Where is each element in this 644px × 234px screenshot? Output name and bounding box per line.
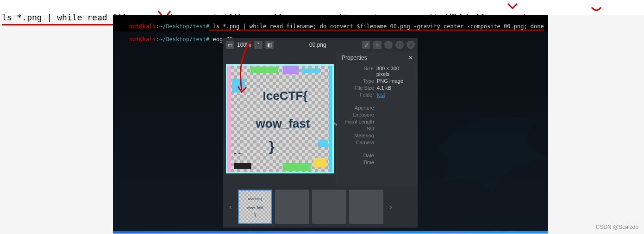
maximize-button[interactable]: ◻ [395,41,404,49]
flag-line-1: IceCTF{ [246,89,325,103]
thumbnail-strip: ‹ IceCTF{ wow_fast } › [223,186,418,228]
next-button[interactable]: › [386,193,395,221]
prop-label: Aperture [342,105,374,111]
prop-label: Time [342,160,374,165]
zoom-dropdown-button[interactable]: ˅ [254,41,263,49]
flag-line-2: wow_fast [237,117,329,131]
prop-value: 4.1 kB [377,85,391,91]
term-path: :~/Desktop/test# [156,23,210,30]
prop-value: 300 × 300 pixels [376,66,413,77]
thumbnail[interactable]: IceCTF{ wow_fast } [238,190,272,224]
thumbnail[interactable] [349,190,383,224]
prev-button[interactable]: ‹ [226,193,235,221]
minimize-button[interactable]: − [384,41,393,49]
annotated-command: ls *.png | while read filename; do conve… [0,0,644,15]
taskbar[interactable] [113,231,548,234]
folder-link[interactable]: test [377,92,385,98]
image-viewer-window: ▭ 100% ˅ ◧ 00.png ⤢ ≡ − ◻ ✕ [223,38,418,228]
term-user: oot@kali [129,23,156,30]
close-panel-icon[interactable]: ✕ [408,55,413,61]
close-button[interactable]: ✕ [406,41,415,49]
terminal[interactable]: oot@kali:~/Desktop/test# ls *.png | whil… [113,15,548,31]
window-title: 00.png [276,42,359,48]
flag-dots: - - [234,149,241,157]
properties-title: Properties [342,55,367,61]
prop-label: Focal Length [342,119,374,124]
desktop-area: oot@kali:~/Desktop/test# ls *.png | whil… [113,15,548,234]
fullscreen-button[interactable]: ⤢ [362,41,370,49]
thumbnail[interactable] [275,190,309,224]
prop-label: Camera [342,140,374,145]
image-canvas-area: IceCTF{ wow_fast } - - [223,52,337,186]
kali-dragon-icon [419,93,567,204]
thumbnail[interactable] [312,190,346,224]
prop-label: Metering [342,133,374,138]
term-user: oot@kali [129,36,156,43]
prop-label: Date [342,153,374,158]
pencil-cursor-icon: ✎ [333,120,337,128]
watermark: CSDN @Scalzdp [596,224,638,230]
prop-value: PNG image [377,78,403,84]
term-cmd: ls *.png | while read filename; do conve… [209,23,544,31]
image-canvas[interactable]: IceCTF{ wow_fast } - - [226,64,334,173]
zoom-level[interactable]: 100% [237,42,251,48]
prop-label: ISO [342,126,374,131]
properties-panel: Properties✕ Size300 × 300 pixels TypePNG… [337,52,418,186]
prop-label: Type [342,78,374,84]
prop-label: File Size [342,85,374,91]
flag-line-3: } [269,139,275,154]
prop-label: Exposure [342,112,374,117]
zoom-fit-button[interactable]: ▭ [226,41,234,49]
prop-label: Folder [342,92,374,98]
prop-label: Size [342,66,374,77]
titlebar[interactable]: ▭ 100% ˅ ◧ 00.png ⤢ ≡ − ◻ ✕ [223,38,418,52]
zoom-original-button[interactable]: ◧ [265,41,274,49]
menu-button[interactable]: ≡ [373,41,381,49]
term-path: :~/Desktop/test# [156,36,210,43]
